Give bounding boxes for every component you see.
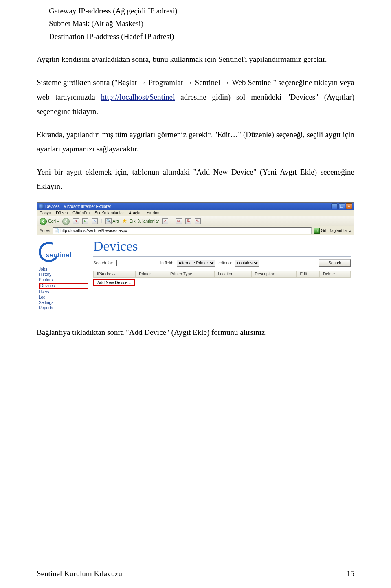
menu-tools[interactable]: Araçlar bbox=[129, 211, 142, 215]
footer-page-number: 15 bbox=[347, 569, 354, 578]
menu-edit[interactable]: Düzen bbox=[56, 211, 68, 215]
page-content: sentinel Jobs History Printers Devices U… bbox=[37, 235, 354, 313]
toolbar: Geri ▾ ✕ ↻ ⌂ | 🔍 Ara ★ Sık Kullanılanlar… bbox=[37, 216, 354, 226]
mail-button[interactable]: ✉ bbox=[176, 218, 182, 224]
devices-table: IPAddress Printer Printer Type Location … bbox=[93, 271, 351, 278]
footer-rule bbox=[37, 568, 354, 568]
go-icon: → bbox=[314, 228, 320, 234]
back-label: Geri bbox=[48, 219, 56, 223]
bullet-1: Gateway IP-address (Ağ geçidi IP adresi) bbox=[49, 5, 354, 17]
nav-menu: Jobs History Printers Devices Users Log … bbox=[39, 267, 88, 310]
back-dropdown-icon: ▾ bbox=[57, 219, 59, 223]
history-button[interactable]: ✓ bbox=[162, 218, 168, 224]
edit-button[interactable]: ✎ bbox=[195, 218, 201, 224]
search-row: Search for: in field: Alternate Printer … bbox=[93, 259, 351, 267]
close-button[interactable]: × bbox=[346, 203, 352, 209]
footer: Sentinel Kurulum Kılavuzu 15 bbox=[37, 569, 354, 578]
paragraph-adddevice: Bağlantıya tıkladıktan sonra "Add Device… bbox=[37, 325, 354, 339]
address-label: Adres bbox=[40, 228, 50, 233]
window-controls: _ ▢ × bbox=[331, 203, 352, 209]
search-icon: 🔍 bbox=[105, 218, 112, 224]
address-input[interactable]: 📄 http://localhost/sentinel/Devices.aspx bbox=[53, 227, 312, 234]
paragraph-edit: Ekranda, yapılandırılmış tüm aygıtları g… bbox=[37, 127, 354, 156]
search-toolbar-button[interactable]: 🔍 Ara bbox=[105, 218, 119, 224]
links-button[interactable]: Bağlantılar » bbox=[329, 228, 351, 233]
col-printer[interactable]: Printer bbox=[136, 271, 167, 278]
maximize-button[interactable]: ▢ bbox=[338, 203, 345, 209]
app-icon bbox=[39, 204, 44, 209]
links-chevron-icon: » bbox=[349, 228, 351, 233]
stop-button[interactable]: ✕ bbox=[73, 218, 79, 224]
star-icon: ★ bbox=[122, 218, 128, 224]
nav-log[interactable]: Log bbox=[39, 295, 88, 299]
window-title-bar: Devices - Microsoft Internet Explorer _ … bbox=[37, 203, 354, 210]
col-edit[interactable]: Edit bbox=[297, 271, 320, 278]
col-printertype[interactable]: Printer Type bbox=[167, 271, 214, 278]
refresh-button[interactable]: ↻ bbox=[82, 218, 88, 224]
forward-button[interactable] bbox=[62, 218, 70, 225]
minimize-button[interactable]: _ bbox=[331, 203, 338, 209]
in-field-select[interactable]: Alternate Printer bbox=[177, 260, 215, 267]
add-new-device-button[interactable]: Add New Device... bbox=[93, 279, 135, 286]
table-header-row: IPAddress Printer Printer Type Location … bbox=[94, 271, 351, 278]
toolbar-divider: | bbox=[101, 219, 102, 223]
home-button[interactable]: ⌂ bbox=[92, 218, 98, 224]
paragraph-config: Aygıtın kendisini ayarladıktan sonra, bu… bbox=[37, 52, 354, 66]
menu-bar: Dosya Düzen Görünüm Sık Kullanılanlar Ar… bbox=[37, 210, 354, 216]
links-label: Bağlantılar bbox=[329, 228, 348, 233]
paragraph-login: Sisteme girdikten sonra ("Başlat → Progr… bbox=[37, 75, 354, 118]
col-description[interactable]: Description bbox=[251, 271, 297, 278]
search-label: Ara bbox=[113, 219, 119, 223]
nav-printers[interactable]: Printers bbox=[39, 278, 88, 282]
sidebar: sentinel Jobs History Printers Devices U… bbox=[37, 235, 90, 313]
footer-title: Sentinel Kurulum Kılavuzu bbox=[37, 569, 122, 578]
search-for-input[interactable] bbox=[116, 260, 157, 266]
go-button[interactable]: → Git bbox=[314, 228, 326, 234]
address-url: http://localhost/sentinel/Devices.aspx bbox=[60, 228, 127, 233]
nav-jobs[interactable]: Jobs bbox=[39, 267, 88, 271]
col-ipaddress[interactable]: IPAddress bbox=[94, 271, 136, 278]
localhost-link[interactable]: http://localhost/Sentinel bbox=[101, 93, 175, 101]
nav-users[interactable]: Users bbox=[39, 290, 88, 294]
back-icon bbox=[40, 218, 47, 225]
menu-view[interactable]: Görünüm bbox=[72, 211, 90, 215]
nav-history[interactable]: History bbox=[39, 272, 88, 277]
menu-file[interactable]: Dosya bbox=[40, 211, 51, 215]
browser-screenshot: Devices - Microsoft Internet Explorer _ … bbox=[37, 202, 354, 313]
paragraph-addnew: Yeni bir aygıt eklemek için, tablonun al… bbox=[37, 165, 354, 193]
menu-favorites[interactable]: Sık Kullanılanlar bbox=[94, 211, 124, 215]
favorites-toolbar-button[interactable]: ★ Sık Kullanılanlar bbox=[122, 218, 159, 224]
nav-settings[interactable]: Settings bbox=[39, 300, 88, 305]
nav-reports[interactable]: Reports bbox=[39, 306, 88, 310]
col-delete[interactable]: Delete bbox=[320, 271, 351, 278]
logo-text: sentinel bbox=[46, 251, 72, 259]
print-button[interactable]: 🖶 bbox=[185, 218, 191, 224]
search-button[interactable]: Search bbox=[319, 259, 351, 267]
address-bar: Adres 📄 http://localhost/sentinel/Device… bbox=[37, 226, 354, 235]
nav-devices[interactable]: Devices bbox=[39, 283, 88, 289]
menu-help[interactable]: Yardım bbox=[147, 211, 160, 215]
page-icon: 📄 bbox=[54, 228, 59, 233]
in-field-label: in field: bbox=[160, 261, 174, 265]
window-title: Devices - Microsoft Internet Explorer bbox=[45, 204, 111, 209]
logo: sentinel bbox=[39, 242, 88, 262]
criteria-select[interactable]: contains bbox=[235, 260, 259, 267]
favorites-label: Sık Kullanılanlar bbox=[130, 219, 159, 223]
back-button[interactable]: Geri ▾ bbox=[40, 218, 59, 225]
bullet-2: Subnet Mask (Alt ağ Maskesi) bbox=[49, 17, 354, 29]
page-heading: Devices bbox=[93, 238, 351, 257]
add-row: Add New Device... bbox=[93, 279, 351, 286]
bullet-block: Gateway IP-address (Ağ geçidi IP adresi)… bbox=[49, 5, 354, 42]
toolbar-divider-2: | bbox=[171, 219, 173, 223]
main-panel: Devices Search for: in field: Alternate … bbox=[90, 235, 354, 313]
go-label: Git bbox=[321, 228, 326, 233]
search-for-label: Search for: bbox=[93, 261, 113, 265]
bullet-3: Destination IP-address (Hedef IP adresi) bbox=[49, 31, 354, 42]
col-location[interactable]: Location bbox=[214, 271, 251, 278]
criteria-label: criteria: bbox=[219, 261, 232, 265]
